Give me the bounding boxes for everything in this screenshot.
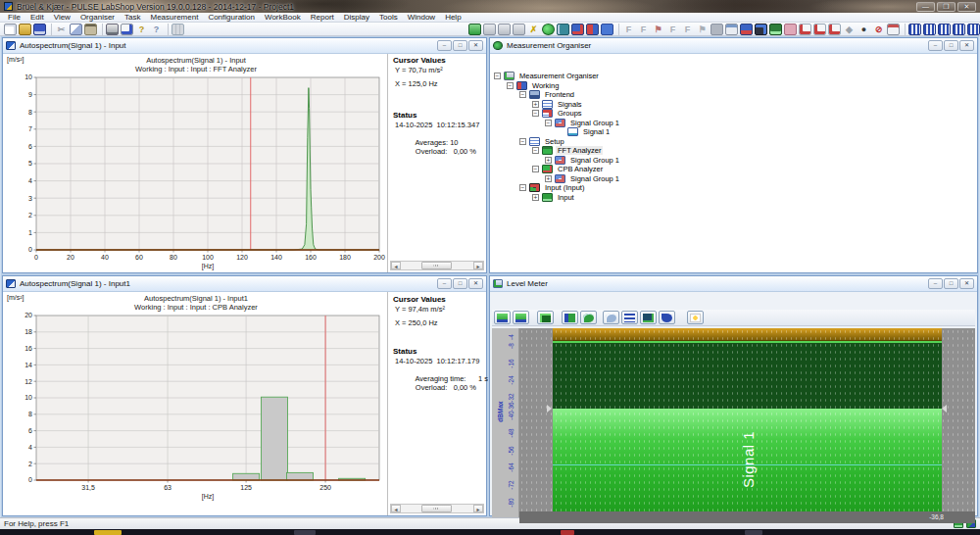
zoom-reset-icon[interactable]: ◈ xyxy=(843,24,856,35)
flag-a-icon[interactable]: ⚑ xyxy=(652,24,664,35)
cpb-horizontal-scrollbar[interactable]: ◄ ► xyxy=(390,504,484,513)
tree-item-signal-1[interactable]: Signal 1 xyxy=(491,127,976,137)
fft-minimize-button[interactable]: – xyxy=(437,40,452,51)
menu-display[interactable]: Display xyxy=(339,13,374,23)
menu-measurement[interactable]: Measurement xyxy=(145,13,203,23)
delete-function-icon[interactable]: ✗ xyxy=(527,24,540,35)
organiser-restore-button[interactable]: □ xyxy=(944,40,958,51)
lm-minimize-button[interactable]: – xyxy=(928,278,943,289)
cpb-restore-button[interactable]: □ xyxy=(453,278,467,289)
pan-tool-icon[interactable] xyxy=(603,311,619,324)
function-c-icon[interactable]: F xyxy=(666,24,679,35)
tree-expander[interactable]: + xyxy=(545,175,552,182)
lm-level-marker-right[interactable] xyxy=(942,405,947,413)
menu-task[interactable]: Task xyxy=(120,13,145,23)
menu-organiser[interactable]: Organiser xyxy=(75,13,120,23)
fft-close-button[interactable]: ✕ xyxy=(468,40,483,51)
properties-icon[interactable] xyxy=(172,24,184,35)
record-stop-icon[interactable]: ⊘ xyxy=(872,24,885,35)
start-measurement-icon[interactable] xyxy=(542,24,555,35)
taskbar-app-icon[interactable] xyxy=(294,530,316,535)
tree-item-working[interactable]: −Working xyxy=(491,81,976,91)
cpb-chart[interactable]: 31,56312525002468101214161820[Hz] xyxy=(4,312,389,506)
menu-file[interactable]: File xyxy=(3,13,25,23)
tree-expander[interactable]: − xyxy=(507,82,514,89)
tree-expander[interactable]: + xyxy=(545,157,552,164)
lm-close-button[interactable]: ✕ xyxy=(959,278,974,289)
taskbar-app-icon[interactable] xyxy=(94,530,122,535)
tree-item-signal-group-1[interactable]: +Signal Group 1 xyxy=(491,174,976,184)
tree-expander[interactable]: − xyxy=(532,166,539,172)
tree-expander[interactable]: − xyxy=(532,147,539,154)
tree-item-input-input[interactable]: −Input (Input) xyxy=(491,183,976,193)
layout-4-icon[interactable] xyxy=(953,24,965,35)
cursor-harmonic-icon[interactable] xyxy=(828,24,841,35)
function-a-icon[interactable]: F xyxy=(622,24,635,35)
transducers-icon[interactable] xyxy=(557,24,569,35)
menu-configuration[interactable]: Configuration xyxy=(203,13,260,23)
layout-5-icon[interactable] xyxy=(967,24,980,35)
tree-expander[interactable]: − xyxy=(519,91,526,98)
tree-expander[interactable]: + xyxy=(532,101,539,108)
fft-panel-titlebar[interactable]: Autospectrum(Signal 1) - Input – □ ✕ xyxy=(3,38,486,54)
working-template-icon[interactable] xyxy=(586,24,599,35)
scroll-right-arrow[interactable]: ► xyxy=(473,505,483,512)
tree-expander[interactable]: − xyxy=(519,184,526,191)
windows-taskbar[interactable] xyxy=(0,529,980,535)
zoom-tool-icon[interactable] xyxy=(580,311,597,324)
cpb-close-button[interactable]: ✕ xyxy=(468,278,483,289)
layout-2-icon[interactable] xyxy=(923,24,936,35)
taskbar-app-icon[interactable] xyxy=(561,530,574,535)
tree-expander[interactable]: − xyxy=(545,120,552,126)
lm-level-marker-left[interactable] xyxy=(547,405,552,413)
function-b-icon[interactable]: F xyxy=(637,24,650,35)
tree-expander[interactable]: − xyxy=(519,138,526,145)
cpb-panel-titlebar[interactable]: Autospectrum(Signal 1) - Input1 – □ ✕ xyxy=(3,276,486,292)
tree-expander[interactable]: − xyxy=(532,110,539,117)
layout-3-icon[interactable] xyxy=(938,24,951,35)
menu-workbook[interactable]: WorkBook xyxy=(260,13,306,23)
taskbar-app-icon[interactable] xyxy=(745,530,762,535)
time-setup-icon[interactable] xyxy=(498,24,511,35)
layout-1-icon[interactable] xyxy=(908,24,921,35)
tree-expander[interactable]: + xyxy=(532,194,539,201)
new-icon[interactable] xyxy=(4,24,17,35)
tree-item-fft-analyzer[interactable]: −FFT Analyzer xyxy=(491,146,976,156)
cursor-delta-icon[interactable] xyxy=(813,24,826,35)
lm-restore-button[interactable]: □ xyxy=(944,278,958,289)
save-setup-icon[interactable] xyxy=(710,24,723,35)
close-button[interactable]: ✕ xyxy=(957,2,976,12)
print-preview-icon[interactable] xyxy=(121,24,133,35)
note-tool-icon[interactable] xyxy=(659,311,675,324)
open-icon[interactable] xyxy=(19,24,31,35)
tree-item-signal-group-1[interactable]: −Signal Group 1 xyxy=(491,119,976,128)
tree-item-input[interactable]: +Input xyxy=(491,193,976,203)
display-organiser-icon[interactable] xyxy=(740,24,753,35)
hardware-setup-icon[interactable] xyxy=(483,24,496,35)
level-meter-display[interactable]: -4-8-16-24-32-36-40-48-56-64-72-80dBMax … xyxy=(492,328,975,523)
tree-item-frontend[interactable]: −Frontend xyxy=(491,90,976,100)
measurement-organiser-icon[interactable] xyxy=(468,24,481,35)
scroll-left-arrow[interactable]: ◄ xyxy=(391,262,401,269)
record-icon[interactable]: ● xyxy=(858,24,870,35)
function-d-icon[interactable]: F xyxy=(681,24,694,35)
cpb-minimize-button[interactable]: – xyxy=(437,278,452,289)
scroll-right-arrow[interactable]: ► xyxy=(473,262,483,269)
tree-view-icon[interactable] xyxy=(621,311,638,324)
maximize-button[interactable]: ❐ xyxy=(937,2,956,12)
help-icon[interactable]: ? xyxy=(135,24,148,35)
tree-item-cpb-analyzer[interactable]: −CPB Analyzer xyxy=(491,165,976,174)
tree-item-setup[interactable]: −Setup xyxy=(491,137,976,147)
tree-item-measurement-organiser[interactable]: −Measurement Organiser xyxy=(491,72,976,81)
reset-peak-icon[interactable] xyxy=(537,311,554,324)
marker-tool-icon[interactable] xyxy=(687,311,704,324)
fft-restore-button[interactable]: □ xyxy=(453,40,467,51)
menu-report[interactable]: Report xyxy=(306,13,339,23)
flag-b-icon[interactable]: ⚑ xyxy=(696,24,709,35)
copy-icon[interactable] xyxy=(70,24,82,35)
tree-expander[interactable]: − xyxy=(494,73,501,79)
display-mode-icon[interactable] xyxy=(640,311,657,324)
report-insert-icon[interactable] xyxy=(887,24,900,35)
menu-window[interactable]: Window xyxy=(403,13,440,23)
organiser-close-button[interactable]: ✕ xyxy=(959,40,974,51)
